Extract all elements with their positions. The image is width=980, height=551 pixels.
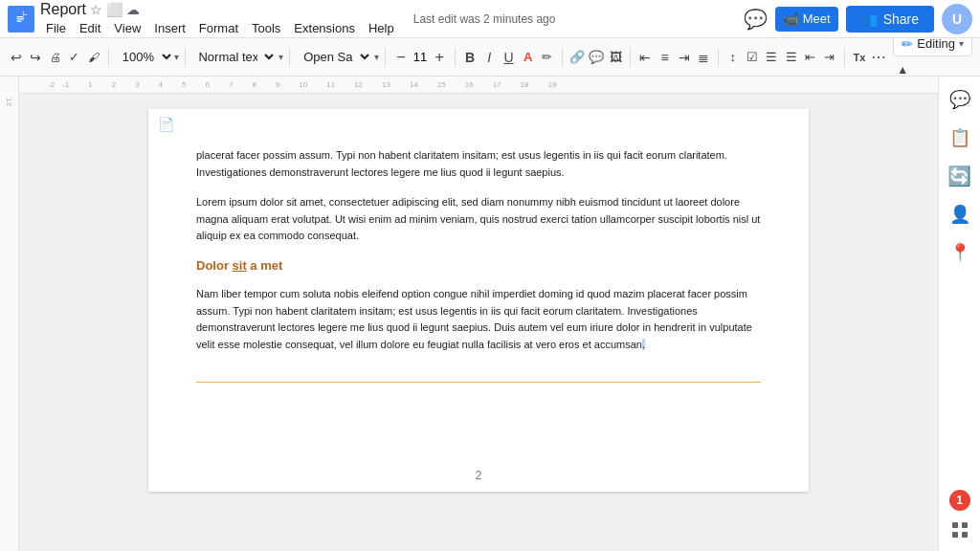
menu-extensions[interactable]: Extensions [288,19,361,37]
svg-rect-2 [17,18,25,19]
justify-button[interactable]: ≣ [695,44,712,71]
zoom-control[interactable]: 100% ▾ [115,47,179,67]
align-right-button[interactable]: ⇥ [676,44,693,71]
separator-6 [562,48,563,67]
font-size-value[interactable]: 11 [412,50,429,64]
numbered-button[interactable]: ☰ [782,44,799,71]
ruler-marks: -2 -1 1 2 3 4 5 6 7 8 9 10 11 12 13 14 1… [48,80,938,89]
sidebar-user-icon[interactable]: 👤 [945,199,975,230]
color-button[interactable]: A [520,44,537,71]
align-left-button[interactable]: ⇤ [636,44,654,71]
page-icon: 📄 [158,117,174,132]
doc-area[interactable]: -2 -1 1 2 3 4 5 6 7 8 9 10 11 12 13 14 1… [19,77,938,551]
italic-button[interactable]: I [480,44,498,71]
font-select[interactable]: Open Sans [296,47,372,67]
zoom-arrow: ▾ [174,52,179,62]
paintformat-button[interactable]: 🖌 [85,44,102,71]
bold-button[interactable]: B [461,44,479,71]
save-icon[interactable]: ⬜ [106,2,122,18]
top-ruler: -2 -1 1 2 3 4 5 6 7 8 9 10 11 12 13 14 1… [19,77,938,94]
share-button[interactable]: 👥 Share [846,6,934,33]
ruler-num-12: 12 [5,98,13,106]
sidebar-chat-icon[interactable]: 💬 [945,84,975,115]
sidebar-maps-icon[interactable]: 📍 [945,237,975,268]
separator-1 [108,48,109,67]
redo-button[interactable]: ↪ [27,44,44,71]
document-page[interactable]: 📄 placerat facer possim assum. Typi non … [148,109,809,492]
meet-button[interactable]: 📹 Meet [775,7,838,32]
separator-7 [630,48,631,67]
left-ruler: 1 2 3 4 5 6 7 8 9 10 11 12 13 14 15 16 1… [0,77,19,551]
print-button[interactable]: 🖨 [46,44,63,71]
star-icon[interactable]: ☆ [90,2,102,18]
checklist-button[interactable]: ☑ [744,44,761,71]
menu-insert[interactable]: Insert [148,19,191,37]
menu-help[interactable]: Help [363,19,400,37]
menu-file[interactable]: File [40,19,72,37]
bottom-right-section: 1 [947,490,973,551]
clear-format-button[interactable]: Tx [851,44,868,71]
menu-format[interactable]: Format [193,19,244,37]
grid-icon[interactable] [947,517,973,543]
image-button[interactable]: 🖼 [607,44,624,71]
style-select[interactable]: Normal text [190,47,277,67]
comment-button[interactable]: 💬 [588,44,605,71]
top-bar: Report ☆ ⬜ ☁ File Edit View Insert Forma… [0,0,980,38]
indent-dec-button[interactable]: ⇤ [802,44,819,71]
page-number: 2 [476,469,482,482]
align-center-button[interactable]: ≡ [656,44,673,71]
collapse-button[interactable]: ▲ [889,56,916,77]
link-button[interactable]: 🔗 [568,44,586,71]
top-right-actions: 💬 📹 Meet 👥 Share U [744,4,972,34]
highlight-button[interactable]: ✏ [539,44,556,71]
share-icon: 👥 [861,11,878,27]
font-size-increase[interactable]: + [430,44,449,71]
avatar[interactable]: U [942,4,972,34]
font-arrow: ▾ [374,52,379,62]
editing-button[interactable]: ✏ Editing ▾ [893,38,972,56]
separator-8 [718,48,719,67]
menu-edit[interactable]: Edit [74,19,106,37]
undo-button[interactable]: ↩ [8,44,25,71]
sidebar-sync-icon[interactable]: 🔄 [945,161,975,191]
zoom-select[interactable]: 100% [115,47,174,67]
svg-rect-7 [962,532,968,538]
menu-tools[interactable]: Tools [246,19,286,37]
toolbar: ↩ ↪ 🖨 ✓ 🖌 100% ▾ Normal text ▾ Open Sans… [0,38,980,77]
heading-underline-word: sit [233,258,247,273]
separator-4 [385,48,386,67]
svg-rect-6 [952,532,958,538]
sidebar-clipboard-icon[interactable]: 📋 [945,122,975,153]
font-size-decrease[interactable]: − [391,44,411,71]
last-edit-text: Last edit was 2 minutes ago [413,12,556,26]
paragraph-1[interactable]: placerat facer possim assum. Typi non ha… [196,147,761,181]
separator-3 [289,48,290,67]
indent-inc-button[interactable]: ⇥ [821,44,838,71]
editing-section: ✏ Editing ▾ ▲ [889,38,972,77]
comments-icon[interactable]: 💬 [744,8,768,31]
svg-rect-3 [17,20,22,21]
svg-rect-4 [952,522,958,528]
spellcheck-button[interactable]: ✓ [66,44,83,71]
heading[interactable]: Dolor sit a met [196,258,761,273]
title-section: Report ☆ ⬜ ☁ File Edit View Insert Forma… [40,0,400,36]
paragraph-2[interactable]: Lorem ipsum dolor sit amet, consectetuer… [196,194,761,245]
separator-9 [844,48,845,67]
menu-view[interactable]: View [108,19,146,37]
app-icon [8,6,34,33]
style-arrow: ▾ [278,52,283,62]
doc-title[interactable]: Report [40,0,86,18]
bullet-button[interactable]: ☰ [763,44,780,71]
notification-badge[interactable]: 1 [949,490,970,511]
underline-button[interactable]: U [500,44,517,71]
more-button[interactable]: ⋯ [870,44,887,71]
separator-5 [455,48,456,67]
paragraph-3[interactable]: Nam liber tempor cum soluta nobis eleife… [196,286,761,353]
main-area: 1 2 3 4 5 6 7 8 9 10 11 12 13 14 15 16 1… [0,77,980,551]
line-spacing-button[interactable]: ↕ [724,44,742,71]
menu-bar: File Edit View Insert Format Tools Exten… [40,19,400,37]
cloud-icon[interactable]: ☁ [126,2,140,18]
right-sidebar: 💬 📋 🔄 👤 📍 1 [938,77,980,551]
svg-rect-1 [17,16,25,17]
font-size-control: − 11 + [391,44,449,71]
